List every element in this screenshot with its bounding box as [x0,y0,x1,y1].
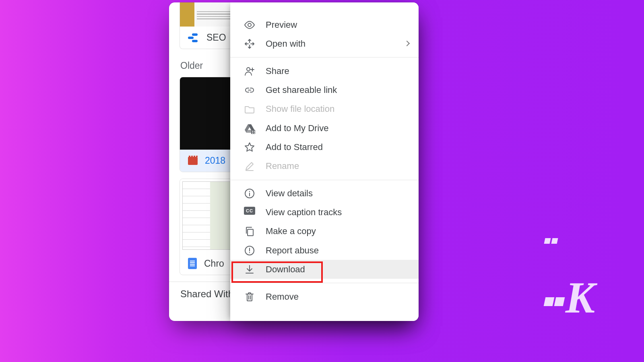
menu-item-make-copy[interactable]: Make a copy [230,222,419,241]
menu-label: Get shareable link [266,85,337,95]
open-with-icon [244,38,255,49]
context-menu: Preview Open with Share Get shareable li… [230,2,419,321]
menu-label: View caption tracks [266,207,342,218]
menu-item-remove[interactable]: Remove [230,287,419,306]
pencil-icon [244,160,255,172]
menu-label: Open with [266,39,305,49]
video-icon [188,157,198,165]
menu-separator [230,283,419,283]
watermark-logo: K [545,221,593,323]
menu-item-get-link[interactable]: Get shareable link [230,81,419,100]
svg-point-13 [249,252,250,253]
download-icon [244,264,255,275]
svg-point-1 [247,68,250,71]
share-person-icon [244,66,255,77]
folder-icon [244,103,255,115]
cc-icon: CC [244,207,255,218]
menu-label: Download [266,264,305,275]
star-icon [244,142,255,153]
copy-icon [244,226,255,237]
menu-item-report-abuse[interactable]: Report abuse [230,241,419,260]
menu-item-rename: Rename [230,156,419,175]
menu-item-preview[interactable]: Preview [230,15,419,34]
alert-icon [244,245,255,256]
svg-point-9 [249,191,250,192]
menu-separator [230,180,419,180]
svg-point-0 [248,23,251,27]
menu-item-show-location: Show file location [230,100,419,119]
menu-label: Make a copy [266,226,316,237]
menu-label: Remove [266,292,299,302]
menu-item-view-captions[interactable]: CC View caption tracks [230,203,419,222]
trash-icon [244,291,255,302]
chevron-right-icon [404,41,410,46]
menu-label: Preview [266,20,297,30]
eye-icon [244,19,255,31]
menu-item-add-to-drive[interactable]: Add to My Drive [230,119,419,138]
menu-item-open-with[interactable]: Open with [230,34,419,53]
file-name: SEO [206,32,226,43]
menu-label: View details [266,188,313,199]
drive-add-icon [244,123,255,134]
menu-label: Show file location [266,104,334,114]
menu-label: Share [266,66,289,76]
menu-label: Add to Starred [266,142,323,152]
menu-label: Report abuse [266,245,319,256]
menu-label: Add to My Drive [266,123,329,134]
file-name: Chro [204,258,224,269]
datastudio-icon [188,33,199,42]
docs-icon [188,258,197,269]
link-icon [244,84,255,96]
menu-label: Rename [266,161,299,171]
svg-rect-10 [248,229,253,236]
info-icon [244,188,255,199]
menu-item-download[interactable]: Download [230,260,419,279]
menu-item-add-to-starred[interactable]: Add to Starred [230,138,419,156]
menu-item-share[interactable]: Share [230,62,419,80]
file-name: 2018 [205,155,225,166]
menu-item-view-details[interactable]: View details [230,184,419,203]
menu-separator [230,57,419,58]
